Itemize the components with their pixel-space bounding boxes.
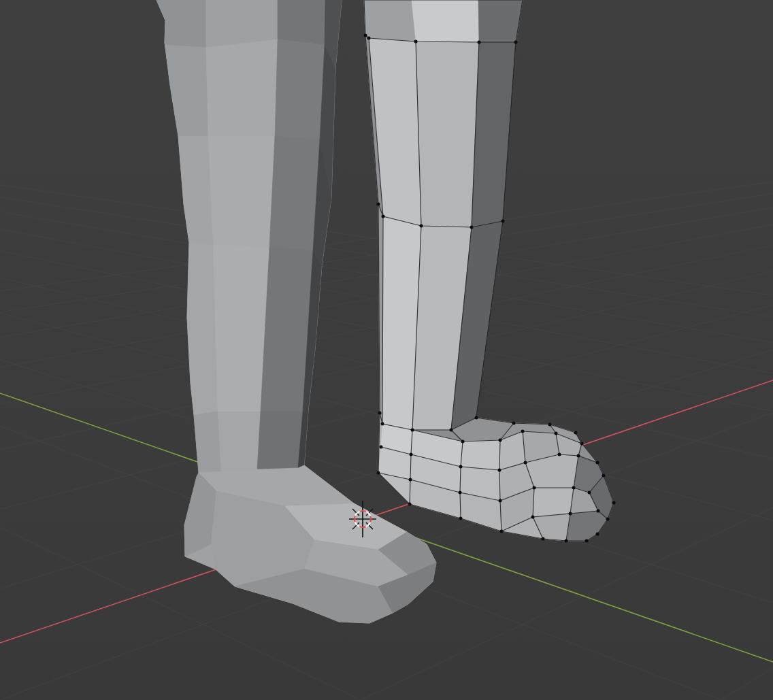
mesh-vertex[interactable] bbox=[585, 539, 589, 543]
mesh-vertex[interactable] bbox=[548, 423, 552, 427]
mesh-face[interactable] bbox=[213, 245, 269, 412]
mesh-vertex[interactable] bbox=[380, 446, 383, 449]
mesh-face[interactable] bbox=[208, 136, 275, 247]
mesh-face[interactable] bbox=[218, 412, 261, 471]
mesh-vertex[interactable] bbox=[411, 429, 414, 432]
mesh-vertex[interactable] bbox=[602, 474, 606, 478]
mesh-vertex[interactable] bbox=[377, 203, 380, 206]
mesh-vertex[interactable] bbox=[597, 510, 600, 513]
mesh-vertex[interactable] bbox=[565, 539, 568, 543]
mesh-vertex[interactable] bbox=[478, 41, 481, 44]
mesh-vertex[interactable] bbox=[377, 471, 380, 475]
mesh-vertex[interactable] bbox=[459, 517, 463, 520]
mesh-vertex[interactable] bbox=[382, 215, 385, 218]
mesh-face[interactable] bbox=[257, 412, 303, 469]
mesh-vertex[interactable] bbox=[612, 501, 616, 505]
mesh-face[interactable] bbox=[269, 136, 320, 250]
mesh-face[interactable] bbox=[278, 0, 325, 45]
mesh-vertex[interactable] bbox=[475, 416, 478, 420]
blender-3d-viewport[interactable] bbox=[0, 0, 773, 700]
mesh-vertex[interactable] bbox=[572, 486, 576, 490]
mesh-vertex[interactable] bbox=[461, 440, 465, 444]
mesh-face[interactable] bbox=[187, 243, 218, 415]
mesh-vertex[interactable] bbox=[499, 499, 502, 503]
mesh-vertex[interactable] bbox=[501, 220, 505, 223]
mesh-face[interactable] bbox=[416, 41, 479, 227]
mesh-face[interactable] bbox=[194, 412, 221, 473]
mesh-vertex[interactable] bbox=[498, 469, 501, 472]
mesh-vertex[interactable] bbox=[459, 465, 463, 469]
mesh-vertex[interactable] bbox=[569, 512, 572, 516]
mesh-vertex[interactable] bbox=[500, 530, 504, 533]
mesh-vertex[interactable] bbox=[574, 431, 578, 435]
mesh-vertex[interactable] bbox=[588, 491, 591, 495]
mesh-vertex[interactable] bbox=[381, 422, 384, 426]
mesh-vertex[interactable] bbox=[367, 37, 371, 40]
mesh-vertex[interactable] bbox=[450, 429, 453, 432]
mesh-vertex[interactable] bbox=[531, 516, 535, 519]
mesh-face[interactable] bbox=[412, 0, 479, 42]
mesh-vertex[interactable] bbox=[596, 461, 599, 465]
mesh-face[interactable] bbox=[478, 0, 523, 42]
mesh-vertex[interactable] bbox=[521, 430, 525, 433]
mesh-vertex[interactable] bbox=[470, 226, 474, 229]
mesh-vertex[interactable] bbox=[580, 442, 584, 446]
mesh-vertex[interactable] bbox=[499, 439, 502, 442]
mesh-vertex[interactable] bbox=[606, 518, 610, 521]
mesh-vertex[interactable] bbox=[596, 533, 599, 536]
mesh-vertex[interactable] bbox=[533, 486, 536, 490]
mesh-vertex[interactable] bbox=[524, 461, 527, 465]
mesh-face[interactable] bbox=[364, 0, 416, 41]
mesh-vertex[interactable] bbox=[420, 224, 423, 228]
mesh-face[interactable] bbox=[275, 39, 325, 139]
mesh-vertex[interactable] bbox=[408, 503, 412, 506]
mesh-vertex[interactable] bbox=[459, 491, 462, 495]
mesh-vertex[interactable] bbox=[512, 422, 516, 425]
mesh-vertex[interactable] bbox=[542, 537, 545, 541]
mesh-vertex[interactable] bbox=[558, 453, 561, 456]
mesh-face[interactable] bbox=[533, 488, 574, 517]
viewport-canvas[interactable] bbox=[0, 0, 773, 700]
mesh-vertex[interactable] bbox=[514, 41, 518, 44]
mesh-vertex[interactable] bbox=[364, 34, 367, 37]
mesh-face[interactable] bbox=[461, 440, 500, 470]
mesh-vertex[interactable] bbox=[378, 412, 382, 415]
mesh-vertex[interactable] bbox=[577, 454, 580, 458]
mesh-vertex[interactable] bbox=[410, 453, 413, 456]
mesh-face[interactable] bbox=[206, 39, 278, 136]
mesh-vertex[interactable] bbox=[409, 478, 412, 482]
mesh-vertex[interactable] bbox=[414, 40, 418, 44]
mesh-vertex[interactable] bbox=[555, 432, 558, 435]
